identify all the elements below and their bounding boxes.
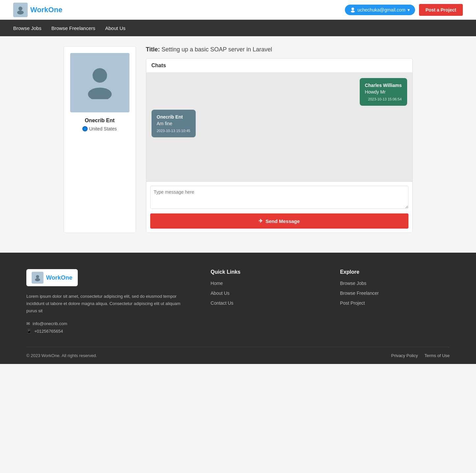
nav-about-us[interactable]: About Us [105, 21, 126, 36]
svg-point-7 [35, 278, 40, 281]
svg-point-1 [17, 11, 24, 14]
explore-browse-jobs[interactable]: Browse Jobs [340, 281, 366, 286]
list-item: Home [210, 280, 320, 286]
quick-link-about[interactable]: About Us [210, 291, 230, 296]
chat-section: Title: Setting up a basic SOAP server in… [146, 46, 413, 233]
chat-header: Chats [146, 59, 412, 73]
message-right: Charles Williams Howdy Mr 2023-10-13 15:… [360, 78, 407, 106]
message-time: 2023-10-13 15:06:54 [365, 97, 402, 101]
logo: WorkOne [13, 3, 62, 17]
chat-input-area: ✈ Send Message [146, 181, 412, 233]
send-message-button[interactable]: ✈ Send Message [150, 213, 408, 229]
explore-list: Browse Jobs Browse Freelancer Post Proje… [340, 280, 450, 306]
footer-bottom-links: Privacy Policy Terms of Use [391, 353, 450, 358]
list-item: About Us [210, 290, 320, 296]
footer-email: ✉ info@onecrib.com [26, 321, 191, 326]
footer-bottom: © 2023 WorkOne. All rights reserved. Pri… [26, 347, 450, 364]
avatar-icon [87, 66, 113, 99]
chevron-down-icon: ▾ [407, 7, 410, 13]
svg-point-6 [36, 275, 39, 278]
message-sender: Onecrib Ent [157, 114, 190, 120]
message-bubble-right: Charles Williams Howdy Mr 2023-10-13 15:… [360, 78, 407, 106]
chat-title: Title: Setting up a basic SOAP server in… [146, 46, 413, 53]
user-menu-button[interactable]: uchechuka@gmail.com ▾ [345, 5, 415, 15]
explore-post-project[interactable]: Post Project [340, 300, 365, 306]
message-sender: Charles Williams [365, 83, 402, 88]
footer-quick-links: Quick Links Home About Us Contact Us [210, 269, 320, 334]
list-item: Post Project [340, 300, 450, 306]
flag-icon: 🌐 [82, 126, 88, 131]
footer-logo: WorkOne [26, 269, 78, 286]
chat-box: Chats Charles Williams Howdy Mr 2023-10-… [146, 58, 413, 233]
phone-icon: 📱 [26, 329, 32, 334]
terms-of-use-link[interactable]: Terms of Use [424, 353, 450, 358]
logo-icon [13, 3, 28, 17]
profile-location: 🌐 United States [82, 126, 117, 131]
footer-top: WorkOne Lorem ipsum dolor sit amet, cons… [26, 269, 450, 347]
footer-brand: WorkOne Lorem ipsum dolor sit amet, cons… [26, 269, 191, 334]
header-actions: uchechuka@gmail.com ▾ Post a Project [345, 4, 463, 16]
footer-contact: ✉ info@onecrib.com 📱 +01256765654 [26, 321, 191, 334]
send-icon: ✈ [259, 218, 263, 224]
quick-link-contact[interactable]: Contact Us [210, 300, 233, 306]
footer: WorkOne Lorem ipsum dolor sit amet, cons… [0, 253, 476, 364]
explore-browse-freelancer[interactable]: Browse Freelancer [340, 291, 379, 296]
message-bubble-left: Onecrib Ent Am fine 2023-10-13 15:10:45 [152, 110, 196, 137]
nav-browse-jobs[interactable]: Browse Jobs [13, 21, 42, 36]
message-text: Am fine [157, 121, 190, 126]
avatar [70, 53, 129, 112]
message-input[interactable] [150, 186, 408, 209]
email-icon: ✉ [26, 321, 30, 326]
privacy-policy-link[interactable]: Privacy Policy [391, 353, 418, 358]
main-content: Onecrib Ent 🌐 United States Title: Setti… [57, 46, 419, 233]
profile-card: Onecrib Ent 🌐 United States [64, 46, 136, 233]
main-nav: Browse Jobs Browse Freelancers About Us [0, 20, 476, 36]
header: WorkOne uchechuka@gmail.com ▾ Post a Pro… [0, 0, 476, 20]
user-icon [350, 7, 355, 13]
quick-links-title: Quick Links [210, 269, 320, 275]
footer-phone: 📱 +01256765654 [26, 329, 191, 334]
quick-link-home[interactable]: Home [210, 281, 223, 286]
svg-point-0 [18, 7, 22, 11]
svg-point-5 [88, 88, 112, 99]
chat-messages[interactable]: Charles Williams Howdy Mr 2023-10-13 15:… [146, 73, 412, 181]
list-item: Browse Jobs [340, 280, 450, 286]
list-item: Contact Us [210, 300, 320, 306]
message-left: Onecrib Ent Am fine 2023-10-13 15:10:45 [152, 110, 196, 137]
footer-logo-text: WorkOne [46, 274, 72, 281]
copyright: © 2023 WorkOne. All rights reserved. [26, 353, 97, 358]
svg-point-3 [351, 11, 355, 13]
svg-point-2 [351, 8, 354, 10]
footer-description: Lorem ipsum dolor sit amet, consectetur … [26, 293, 191, 315]
message-time: 2023-10-13 15:10:45 [157, 129, 190, 133]
list-item: Browse Freelancer [340, 290, 450, 296]
footer-explore: Explore Browse Jobs Browse Freelancer Po… [340, 269, 450, 334]
nav-browse-freelancers[interactable]: Browse Freelancers [51, 21, 95, 36]
post-project-button[interactable]: Post a Project [419, 4, 463, 16]
logo-text: WorkOne [30, 6, 62, 14]
explore-title: Explore [340, 269, 450, 275]
footer-logo-icon [32, 272, 43, 284]
profile-name: Onecrib Ent [85, 118, 115, 124]
message-text: Howdy Mr [365, 89, 402, 95]
quick-links-list: Home About Us Contact Us [210, 280, 320, 306]
svg-point-4 [93, 68, 107, 83]
